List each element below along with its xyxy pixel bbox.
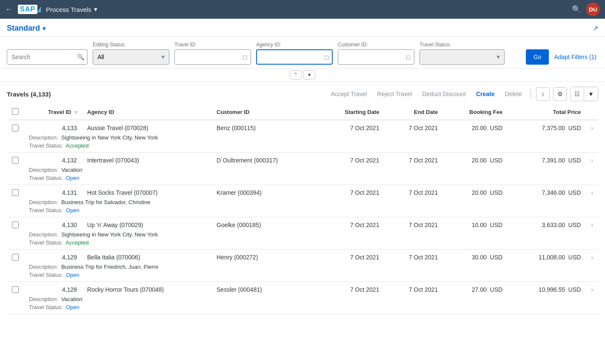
travel-id-header[interactable]: Travel ID ▿ [24,105,82,120]
row-travel-id: 4,128 [24,282,82,296]
table-row-detail: Description: Business Trip for Friedrich… [7,263,598,271]
row-end-date: 7 Oct 2021 [384,120,443,134]
view-selector[interactable]: Standard ▾ [7,24,46,33]
row-detail-spacer [7,230,24,239]
row-end-date: 7 Oct 2021 [384,282,443,296]
app-title[interactable]: Process Travels ▾ [46,6,97,13]
row-customer-id: Henry (000272) [211,250,318,263]
row-starting-date: 7 Oct 2021 [318,282,384,296]
row-checkbox-cell[interactable] [7,217,24,231]
table-row: 4,131 Hot Socks Travel (070007) Kramer (… [7,185,598,199]
row-checkbox[interactable] [12,286,19,293]
grid-view-button[interactable]: ☷ [571,87,584,101]
customer-id-label: Customer ID: [338,42,414,48]
pin-button[interactable]: ✦ [303,70,315,80]
collapse-up-button[interactable]: ⌃ [290,70,302,80]
row-status-spacer [7,206,24,217]
filter-bar: 🔍 Editing Status: All Changed In Session… [0,37,605,68]
header-search-icon[interactable]: 🔍 [572,5,581,14]
total-price-header[interactable]: Total Price [508,105,586,120]
customer-id-input[interactable] [338,49,414,65]
search-input[interactable] [7,49,88,65]
row-checkbox-cell[interactable] [7,282,24,296]
agency-id-wrap: ◻ [256,49,333,65]
create-button[interactable]: Create [473,89,498,99]
row-checkbox-cell[interactable] [7,120,24,134]
sort-button[interactable]: ↕ [536,87,550,101]
table-title: Travels (4,133) [7,91,51,98]
table-row-status: Travel Status: Open [7,303,598,314]
row-agency-id: Intertravel (070043) [82,153,211,166]
booking-fee-header[interactable]: Booking Fee [443,105,508,120]
travel-id-group: Travel ID: ◻ [174,42,251,65]
accept-travel-button[interactable]: Accept Travel [328,89,371,99]
row-end-date: 7 Oct 2021 [384,185,443,199]
table-actions: Accept Travel Reject Travel Deduct Disco… [328,87,598,101]
row-booking-fee: 20.00 USD [443,120,508,134]
collapse-bar: ⌃ ✦ [0,68,605,82]
table-row: 4,128 Rocky Horror Tours (070048) Sessle… [7,282,598,296]
row-customer-id: Benz (000115) [211,120,318,134]
agency-id-input[interactable] [256,49,333,65]
table-row-status: Travel Status: Open [7,271,598,282]
row-checkbox[interactable] [12,254,19,261]
row-checkbox-cell[interactable] [7,250,24,263]
customer-id-header[interactable]: Customer ID [211,105,318,120]
travel-status-label: Travel Status: [29,239,64,246]
agency-id-group: Agency ID: ◻ [256,42,333,65]
table-body: 4,133 Aussie Travel (070028) Benz (00011… [7,120,598,314]
app-header: ← SAP Process Travels ▾ 🔍 DU [0,0,605,19]
row-booking-fee: 20.00 USD [443,153,508,166]
adapt-filters-button[interactable]: Adapt Filters (1) [552,49,598,65]
row-checkbox-cell[interactable] [7,185,24,199]
settings-button[interactable]: ⚙ [553,87,567,101]
row-expand-icon[interactable]: › [586,250,598,263]
deduct-discount-button[interactable]: Deduct Discount [419,89,469,99]
agency-id-header[interactable]: Agency ID [82,105,211,120]
go-button[interactable]: Go [526,49,549,65]
row-end-date: 7 Oct 2021 [384,153,443,166]
search-input-wrap: 🔍 [7,49,88,65]
row-booking-fee: 30.00 USD [443,250,508,263]
travel-status-select[interactable]: Open Accepted Rejected [420,49,505,65]
row-status-spacer [7,239,24,250]
row-expand-icon[interactable]: › [586,153,598,166]
row-starting-date: 7 Oct 2021 [318,120,384,134]
row-expand-icon[interactable]: › [586,185,598,199]
row-expand-icon[interactable]: › [586,282,598,296]
sub-header-actions: ↗ [593,24,598,32]
row-customer-id: D´Oultrement (000317) [211,153,318,166]
view-toggle-group: ☷ ▼ [570,87,598,101]
back-button[interactable]: ← [5,5,13,14]
starting-date-header[interactable]: Starting Date [318,105,384,120]
row-expand-icon[interactable]: › [586,120,598,134]
row-status-spacer [7,142,24,153]
table-row-detail: Description: Sightseeing in New York Cit… [7,134,598,142]
row-travel-id: 4,131 [24,185,82,199]
row-checkbox-cell[interactable] [7,153,24,166]
expand-button[interactable]: ▼ [584,87,598,101]
row-description: Description: Vacation [24,295,598,303]
end-date-header[interactable]: End Date [384,105,443,120]
editing-status-wrap: All Changed In Session Not Changed ▼ [93,49,169,65]
row-checkbox[interactable] [12,125,19,131]
share-icon[interactable]: ↗ [593,24,598,32]
reject-travel-button[interactable]: Reject Travel [374,89,416,99]
travel-id-input[interactable] [174,49,251,65]
row-checkbox[interactable] [12,222,19,228]
delete-button[interactable]: Delete [502,89,525,99]
row-checkbox[interactable] [12,189,19,196]
customer-id-wrap: ◻ [338,49,414,65]
select-all-header[interactable] [7,105,24,120]
table-row-status: Travel Status: Open [7,206,598,217]
sub-header: Standard ▾ ↗ [0,19,605,37]
row-travel-id: 4,130 [24,217,82,231]
select-all-checkbox[interactable] [12,108,19,115]
user-avatar[interactable]: DU [586,3,600,16]
row-detail-spacer [7,295,24,303]
row-expand-icon[interactable]: › [586,217,598,231]
editing-status-select[interactable]: All Changed In Session Not Changed [93,49,169,65]
table-row-status: Travel Status: Accepted [7,239,598,250]
row-checkbox[interactable] [12,157,19,164]
description-value: Sightseeing in New York City, New York [61,134,158,141]
